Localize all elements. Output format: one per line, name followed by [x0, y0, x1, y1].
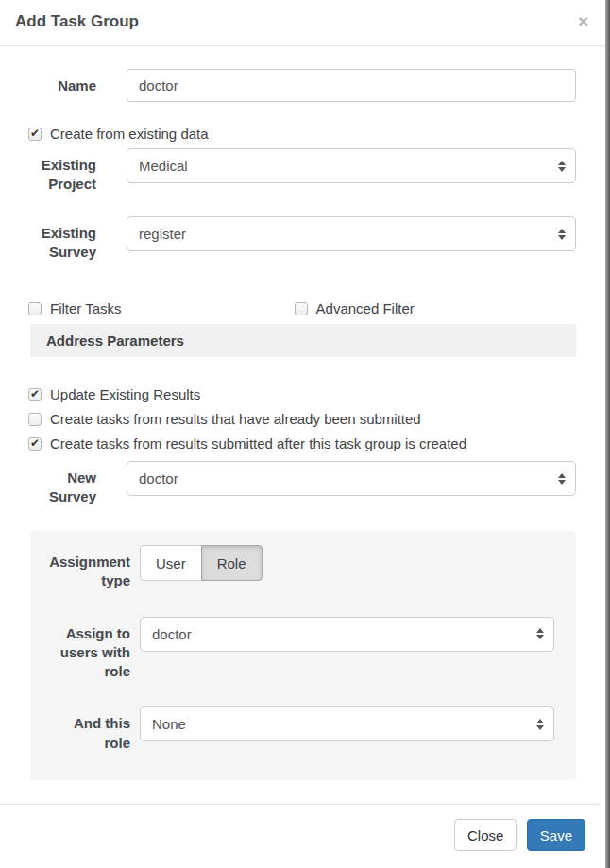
create-from-existing-row: Create from existing data [28, 126, 576, 142]
address-parameters-header[interactable]: Address Parameters [30, 324, 576, 357]
existing-project-row: Existing Project Medical [30, 148, 576, 193]
modal-title: Add Task Group [15, 12, 139, 31]
select-arrows-icon [558, 161, 566, 172]
select-arrows-icon [558, 473, 566, 485]
assignment-panel: Assignment type User Role Assign to user… [30, 531, 576, 780]
name-input[interactable] [127, 69, 576, 102]
and-role-label: And this role [45, 706, 130, 753]
new-survey-value: doctor [139, 470, 178, 486]
create-from-existing-checkbox[interactable] [28, 128, 42, 141]
existing-survey-row: Existing Survey register [30, 216, 576, 261]
assignment-type-toggle: User Role [140, 545, 263, 581]
filters-row: Filter Tasks Advanced Filter [30, 300, 576, 316]
assign-role-row: Assign to users with role doctor [45, 617, 554, 682]
create-tasks-submitted-checkbox[interactable] [28, 413, 42, 426]
advanced-filter-row: Advanced Filter [295, 300, 415, 316]
modal-header: Add Task Group × [0, 0, 605, 46]
filter-tasks-label[interactable]: Filter Tasks [50, 300, 122, 316]
and-role-row: And this role None [45, 706, 554, 753]
assignment-type-row: Assignment type User Role [45, 545, 554, 591]
existing-project-label: Existing Project [30, 148, 96, 193]
new-survey-row: New Survey doctor [30, 461, 576, 505]
existing-survey-select[interactable]: register [127, 216, 576, 251]
assign-role-value: doctor [152, 626, 192, 642]
create-tasks-after-checkbox[interactable] [28, 437, 42, 451]
close-button[interactable]: Close [454, 819, 517, 851]
create-tasks-after-label[interactable]: Create tasks from results submitted afte… [50, 435, 466, 451]
name-row: Name [30, 69, 576, 102]
and-role-select[interactable]: None [140, 706, 554, 741]
filter-tasks-checkbox[interactable] [28, 302, 42, 315]
select-arrows-icon [536, 719, 544, 730]
advanced-filter-checkbox[interactable] [295, 302, 308, 315]
name-label: Name [30, 69, 96, 102]
existing-survey-value: register [139, 226, 186, 242]
select-arrows-icon [536, 628, 544, 639]
create-tasks-submitted-label[interactable]: Create tasks from results that have alre… [50, 411, 421, 427]
create-tasks-submitted-row: Create tasks from results that have alre… [28, 411, 576, 427]
assignment-type-label: Assignment type [45, 545, 130, 591]
create-tasks-after-row: Create tasks from results submitted afte… [28, 435, 576, 451]
close-icon[interactable]: × [576, 12, 590, 30]
save-button[interactable]: Save [527, 819, 585, 851]
advanced-filter-label[interactable]: Advanced Filter [316, 300, 415, 316]
existing-project-select[interactable]: Medical [127, 148, 576, 183]
update-existing-results-row: Update Existing Results [28, 386, 576, 402]
update-existing-results-label[interactable]: Update Existing Results [50, 386, 200, 402]
existing-project-value: Medical [139, 158, 188, 174]
modal-footer: Close Save [0, 804, 601, 865]
create-from-existing-label[interactable]: Create from existing data [50, 126, 209, 142]
assignment-type-role-button[interactable]: Role [201, 545, 263, 581]
assign-role-select[interactable]: doctor [140, 617, 554, 652]
update-existing-results-checkbox[interactable] [28, 388, 42, 401]
assignment-type-user-button[interactable]: User [140, 545, 202, 581]
backdrop-strip [605, 0, 610, 868]
filter-tasks-row: Filter Tasks [28, 300, 122, 316]
new-survey-select[interactable]: doctor [127, 461, 576, 496]
existing-survey-label: Existing Survey [30, 216, 96, 261]
assign-role-label: Assign to users with role [45, 617, 130, 682]
new-survey-label: New Survey [30, 461, 96, 505]
and-role-value: None [152, 716, 186, 732]
add-task-group-modal: Add Task Group × Name Create from existi… [0, 0, 605, 868]
modal-body: Name Create from existing data Existing … [0, 46, 605, 780]
select-arrows-icon [558, 229, 566, 240]
